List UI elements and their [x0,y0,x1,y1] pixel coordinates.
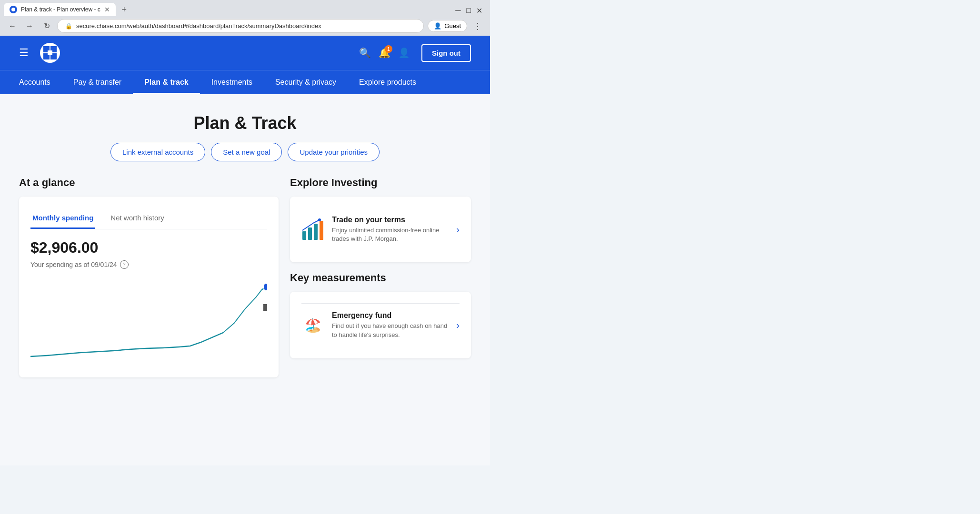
tab-net-worth-history[interactable]: Net worth history [109,208,166,229]
tab-favicon [10,6,17,13]
spending-subtitle-text: Your spending as of 09/01/24 [30,261,117,268]
at-a-glance-section: At a glance Monthly spending Net worth h… [19,177,279,377]
explore-trade-text: Trade on your terms Enjoy unlimited comm… [332,216,449,243]
explore-investing-card: Trade on your terms Enjoy unlimited comm… [290,197,471,262]
trade-title: Trade on your terms [332,216,449,224]
explore-trade-item[interactable]: Trade on your terms Enjoy unlimited comm… [301,208,460,251]
emergency-fund-title: Emergency fund [332,311,449,320]
nav-item-explore-products[interactable]: Explore products [348,70,428,94]
chart-square-marker [263,304,267,311]
chart-svg [30,280,267,366]
svg-rect-7 [308,227,312,240]
svg-rect-5 [48,50,52,55]
emergency-fund-item[interactable]: 🏖️ Emergency fund Find out if you have e… [301,303,460,346]
page-title: Plan & Track [19,113,471,133]
account-button[interactable]: 👤 [398,47,410,59]
svg-point-0 [11,8,15,11]
svg-point-10 [318,218,321,221]
svg-rect-9 [320,221,323,240]
svg-rect-6 [302,231,306,240]
address-bar[interactable]: 🔒 secure.chase.com/web/auth/dashboard#/d… [57,19,424,33]
trade-chevron-right-icon: › [456,224,460,235]
tab-title: Plan & track - Plan overview - c [21,6,100,13]
main-nav: Accounts Pay & transfer Plan & track Inv… [0,70,490,94]
trade-icon [301,218,324,241]
sign-out-button[interactable]: Sign out [421,44,471,62]
nav-item-pay-transfer[interactable]: Pay & transfer [62,70,133,94]
chase-logo[interactable] [40,43,60,63]
spending-subtitle: Your spending as of 09/01/24 ? [30,260,267,269]
forward-button[interactable]: → [23,20,36,33]
browser-tab-bar: Plan & track - Plan overview - c ✕ + ─ □… [0,0,490,16]
svg-rect-8 [314,224,318,240]
spending-amount: $2,906.00 [30,239,267,257]
link-external-accounts-button[interactable]: Link external accounts [110,143,205,161]
browser-menu-button[interactable]: ⋮ [471,20,484,33]
chart-peak-dot [263,283,267,291]
key-measurements-title: Key measurements [290,272,471,284]
window-controls: ─ □ ✕ [455,6,486,13]
tab-monthly-spending[interactable]: Monthly spending [30,208,95,229]
emergency-fund-description: Find out if you have enough cash on hand… [332,322,449,339]
back-button[interactable]: ← [6,20,19,33]
close-button[interactable]: ✕ [476,6,482,13]
page-title-section: Plan & Track Link external accounts Set … [19,113,471,161]
browser-tab-active[interactable]: Plan & track - Plan overview - c ✕ [4,3,116,16]
emergency-fund-icon: 🏖️ [301,314,324,337]
reload-button[interactable]: ↻ [40,20,53,33]
person-icon: 👤 [398,48,410,58]
address-text: secure.chase.com/web/auth/dashboard#/das… [76,22,416,30]
new-tab-button[interactable]: + [118,3,131,16]
browser-chrome: Plan & track - Plan overview - c ✕ + ─ □… [0,0,490,36]
search-button[interactable]: 🔍 [359,47,371,59]
minimize-button[interactable]: ─ [455,6,461,13]
lock-icon: 🔒 [65,23,72,30]
emergency-fund-chevron-right-icon: › [456,320,460,331]
nav-item-accounts[interactable]: Accounts [19,70,62,94]
top-nav-icons: 🔍 🔔 1 👤 Sign out [359,44,471,62]
action-buttons: Link external accounts Set a new goal Up… [19,143,471,161]
browser-toolbar: ← → ↻ 🔒 secure.chase.com/web/auth/dashbo… [0,16,490,36]
set-new-goal-button[interactable]: Set a new goal [211,143,282,161]
at-a-glance-title: At a glance [19,177,279,189]
top-nav: ☰ 🔍 🔔 1 👤 Sign out [0,36,490,70]
profile-button[interactable]: 👤 Guest [428,20,467,32]
trade-description: Enjoy unlimited commission-free online t… [332,226,449,243]
hamburger-menu-icon[interactable]: ☰ [19,47,29,59]
maximize-button[interactable]: □ [465,6,472,13]
emergency-fund-text: Emergency fund Find out if you have enou… [332,311,449,339]
notification-badge: 1 [385,45,392,53]
update-priorities-button[interactable]: Update your priorities [288,143,380,161]
page-content: Plan & Track Link external accounts Set … [0,94,490,465]
search-icon: 🔍 [359,48,371,58]
help-icon[interactable]: ? [120,260,129,269]
right-panel: Explore Investing [290,177,471,377]
nav-item-security-privacy[interactable]: Security & privacy [264,70,348,94]
nav-item-plan-track[interactable]: Plan & track [133,70,200,94]
spending-chart [30,280,267,366]
at-a-glance-card: Monthly spending Net worth history $2,90… [19,197,279,377]
main-layout: At a glance Monthly spending Net worth h… [19,177,471,377]
explore-investing-title: Explore Investing [290,177,471,189]
parachute-icon: 🏖️ [305,317,321,333]
chart-mini-icon [301,218,324,241]
nav-item-investments[interactable]: Investments [200,70,264,94]
chase-app: ☰ 🔍 🔔 1 👤 Sign out [0,36,490,465]
profile-label: Guest [444,22,461,30]
tabs: Monthly spending Net worth history [30,208,267,229]
key-measurements-card: 🏖️ Emergency fund Find out if you have e… [290,292,471,358]
key-measurements-section: Key measurements 🏖️ Emergency fund Find … [290,272,471,358]
profile-icon: 👤 [434,22,441,30]
tab-close-button[interactable]: ✕ [104,6,110,13]
notifications-button[interactable]: 🔔 1 [379,47,390,59]
